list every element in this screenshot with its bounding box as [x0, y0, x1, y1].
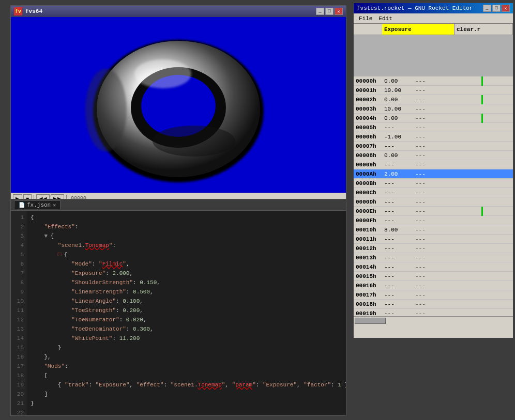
rocket-clearr-header[interactable]: clear.r [455, 24, 513, 35]
rocket-dash-value: --- [413, 180, 513, 186]
rocket-dash-value: --- [413, 87, 513, 94]
rocket-dash-value: --- [413, 208, 513, 214]
rocket-value: 0.00 [382, 97, 413, 103]
rocket-value: 0.00 [382, 115, 413, 121]
rocket-table-row[interactable]: 00002h0.00--- [354, 95, 513, 104]
rocket-table-row[interactable]: 00013h------ [354, 253, 513, 262]
rocket-table-row[interactable]: 00006h-1.00--- [354, 132, 513, 142]
close-button[interactable]: ✕ [335, 8, 343, 15]
rocket-dash-value: --- [413, 227, 513, 233]
rocket-table-row[interactable]: 00003h10.00--- [354, 104, 513, 114]
rocket-value: --- [382, 301, 413, 307]
code-line-7: "Exposure": 2.000, [31, 269, 342, 278]
edit-menu[interactable]: Edit [375, 15, 395, 22]
rocket-table-row[interactable]: 0000Bh------ [354, 179, 513, 188]
svg-point-4 [134, 59, 191, 88]
code-line-8: "ShoulderStrength": 0.150, [31, 278, 342, 287]
file-menu[interactable]: File [356, 15, 375, 22]
rocket-titlebar-controls: _ □ ✕ [483, 5, 510, 12]
rocket-table-row[interactable]: 00015h------ [354, 272, 513, 281]
rocket-address: 00002h [354, 97, 382, 103]
rocket-dash-value: --- [413, 310, 513, 317]
code-line-21: } [31, 399, 342, 408]
rocket-table-row[interactable]: 0000Ah2.00--- [354, 169, 513, 179]
rocket-close-button[interactable]: ✕ [502, 5, 510, 12]
rocket-address: 00016h [354, 283, 382, 289]
rocket-value: --- [382, 264, 413, 270]
rocket-table-row[interactable]: 00007h------ [354, 142, 513, 151]
json-icon: 📄 [19, 202, 25, 208]
rocket-value: --- [382, 199, 413, 205]
rocket-dash-value: --- [413, 152, 513, 159]
rocket-value: --- [382, 245, 413, 252]
rocket-address: 0000Ah [354, 171, 382, 177]
rocket-dash-value: --- [413, 115, 513, 121]
rocket-dash-value: --- [413, 236, 513, 242]
rocket-address: 00017h [354, 292, 382, 298]
svg-point-5 [153, 126, 235, 157]
rocket-table-row[interactable]: 00010h8.00--- [354, 225, 513, 235]
rocket-table-row[interactable]: 00001h10.00--- [354, 86, 513, 95]
rocket-dash-value: --- [413, 255, 513, 261]
rocket-value: --- [382, 292, 413, 298]
code-line-15: } [31, 343, 342, 352]
rocket-address: 00000h [354, 78, 382, 84]
code-text-area[interactable]: { "Effects": ▼{ "scene1.Tonemap": □{ "Mo… [26, 211, 346, 415]
rocket-address: 00008h [354, 152, 382, 159]
tab-close-button[interactable]: ✕ [53, 202, 56, 208]
code-line-10: "LinearAngle": 0.100, [31, 297, 342, 306]
rocket-dash-value: --- [413, 199, 513, 205]
maximize-button[interactable]: □ [325, 8, 334, 15]
fx-json-tab[interactable]: 📄 fx.json ✕ [14, 200, 60, 209]
rocket-dash-value: --- [413, 143, 513, 149]
rocket-value: 8.00 [382, 227, 413, 233]
rocket-address: 00018h [354, 301, 382, 307]
rocket-minimize-button[interactable]: _ [483, 5, 491, 12]
rocket-table-row[interactable]: 00009h------ [354, 160, 513, 169]
rocket-value: 0.00 [382, 152, 413, 159]
rocket-horizontal-scrollbar[interactable] [354, 316, 513, 324]
rocket-table-row[interactable]: 0000Eh------ [354, 207, 513, 216]
rocket-dash-value: --- [413, 283, 513, 289]
rocket-table-row[interactable]: 00012h------ [354, 244, 513, 253]
rocket-table-row[interactable]: 00017h------ [354, 290, 513, 300]
rocket-data-table[interactable]: 00000h0.00---00001h10.00---00002h0.00---… [354, 76, 513, 316]
rocket-value: 10.00 [382, 87, 413, 94]
rocket-table-row[interactable]: 0000Dh------ [354, 197, 513, 207]
code-content-area: 1 2 3 4 5 6 7 8 9 10 11 12 13 14 15 16 1… [11, 211, 346, 415]
minimize-button[interactable]: _ [316, 8, 324, 15]
rocket-value: --- [382, 208, 413, 214]
rocket-dash-value: --- [413, 162, 513, 168]
rocket-table-row[interactable]: 00000h0.00--- [354, 76, 513, 86]
rocket-value: --- [382, 283, 413, 289]
rocket-table-row[interactable]: 00018h------ [354, 300, 513, 309]
scrollbar-thumb[interactable] [355, 318, 386, 324]
rocket-table-row[interactable]: 0000Fh------ [354, 216, 513, 225]
rocket-table-row[interactable]: 00014h------ [354, 262, 513, 272]
fold-icon-3[interactable]: ▼ [44, 231, 50, 241]
rocket-table-row[interactable]: 00016h------ [354, 281, 513, 290]
rocket-dash-value: --- [413, 97, 513, 103]
svg-point-6 [85, 69, 127, 151]
rocket-table-row[interactable]: 00005h------ [354, 123, 513, 132]
rocket-address: 0000Ch [354, 190, 382, 196]
rocket-table-row[interactable]: 00011h------ [354, 235, 513, 244]
rocket-exposure-header[interactable]: Exposure [382, 24, 455, 35]
rocket-table-row[interactable]: 00004h0.00--- [354, 114, 513, 123]
rocket-table-row[interactable]: 00008h0.00--- [354, 151, 513, 160]
rocket-maximize-button[interactable]: □ [492, 5, 501, 12]
rocket-dash-value: --- [413, 292, 513, 298]
rocket-value: --- [382, 310, 413, 317]
rocket-value: --- [382, 255, 413, 261]
code-line-3: ▼{ [31, 231, 342, 241]
rocket-table-row[interactable]: 00019h------ [354, 309, 513, 316]
code-line-1: { [31, 213, 342, 222]
fvs64-canvas [11, 17, 346, 193]
rocket-value: 2.00 [382, 171, 413, 177]
code-line-13: "ToeDenominator": 0.300, [31, 324, 342, 334]
rocket-dash-value: --- [413, 217, 513, 224]
rocket-dash-value: --- [413, 125, 513, 131]
tab-label: fx.json [27, 202, 51, 208]
rocket-table-row[interactable]: 0000Ch------ [354, 188, 513, 197]
fold-icon-5[interactable]: □ [58, 250, 64, 259]
